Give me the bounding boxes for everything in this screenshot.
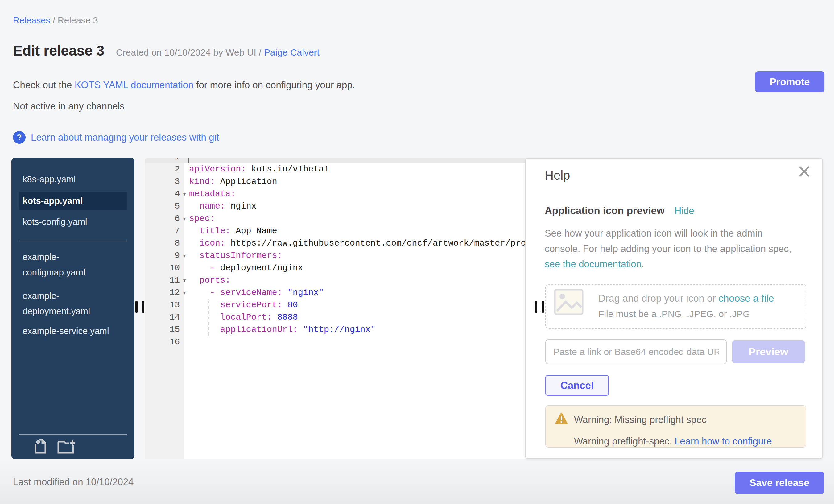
help-panel: Help Application icon preview Hide See h…: [525, 158, 823, 459]
learn-configure-link[interactable]: Learn how to configure: [675, 436, 772, 447]
help-resize-handle-right-bar[interactable]: [542, 301, 544, 313]
line-number: 14: [145, 311, 180, 324]
warning-title: Warning: Missing preflight spec: [574, 414, 707, 425]
fold-spacer: [180, 299, 189, 311]
fold-spacer: [180, 237, 189, 249]
dropzone-hint: File must be a .PNG, .JPEG, or .JPG: [598, 309, 750, 319]
page-title: Edit release 3: [13, 42, 104, 59]
docs-hint: Check out the KOTS YAML documentation fo…: [13, 80, 355, 91]
file-item-example-deployment-yaml[interactable]: example-deployment.yaml: [12, 288, 134, 319]
file-sidebar: k8s-app.yamlkots-app.yamlkots-config.yam…: [12, 158, 134, 459]
icon-preview-title: Application icon preview: [545, 205, 665, 217]
line-number: 5: [145, 200, 180, 213]
line-number: 7: [145, 225, 180, 237]
fold-spacer: [180, 324, 189, 336]
warning-icon: [555, 412, 568, 425]
fold-spacer: [180, 225, 189, 237]
fold-spacer: [180, 176, 189, 188]
kots-yaml-docs-link[interactable]: KOTS YAML documentation: [75, 80, 193, 90]
line-number: 4: [145, 188, 180, 200]
save-release-button[interactable]: Save release: [735, 472, 824, 494]
help-title: Help: [545, 169, 570, 182]
file-item-k8s-app-yaml[interactable]: k8s-app.yaml: [12, 172, 134, 187]
see-documentation-link[interactable]: see the documentation: [545, 259, 641, 269]
promote-button[interactable]: Promote: [755, 71, 825, 92]
author-link[interactable]: Paige Calvert: [264, 47, 320, 57]
fold-spacer: [180, 158, 189, 163]
add-folder-icon[interactable]: [57, 439, 75, 455]
add-file-icon[interactable]: [33, 439, 48, 455]
line-number: 9: [145, 249, 180, 262]
icon-dropzone[interactable]: Drag and drop your icon or choose a file…: [545, 284, 806, 329]
file-item-example-service-yaml[interactable]: example-service.yaml: [12, 323, 134, 339]
sidebar-divider: [19, 434, 127, 435]
line-number: 8: [145, 237, 180, 249]
line-number: 1: [145, 158, 180, 163]
last-modified-label: Last modified on 10/10/2024: [13, 477, 134, 488]
file-item-kots-config-yaml[interactable]: kots-config.yaml: [12, 214, 134, 229]
preview-button[interactable]: Preview: [732, 340, 805, 363]
line-number: 11: [145, 274, 180, 287]
git-help-link[interactable]: Learn about managing your releases with …: [31, 132, 219, 143]
fold-spacer: [180, 163, 189, 176]
fold-arrow-icon[interactable]: ▾: [180, 274, 189, 287]
channel-status: Not active in any channels: [13, 101, 125, 112]
release-editor-page: Releases / Release 3 Edit release 3 Crea…: [0, 0, 834, 504]
fold-spacer: [180, 200, 189, 213]
warning-detail: Warning preflight-spec. Learn how to con…: [574, 436, 772, 447]
breadcrumb-separator: /: [50, 16, 58, 25]
fold-spacer: [180, 262, 189, 274]
line-number: 12: [145, 287, 180, 299]
sidebar-resize-handle-right-bar[interactable]: [142, 301, 144, 313]
line-number: 6: [145, 213, 180, 225]
breadcrumb-releases-link[interactable]: Releases: [13, 16, 50, 25]
fold-spacer: [180, 311, 189, 324]
fold-arrow-icon[interactable]: ▾: [180, 287, 189, 299]
file-item-kots-app-yaml[interactable]: kots-app.yaml: [19, 192, 127, 210]
indent-guide: [208, 299, 209, 336]
line-number: 13: [145, 299, 180, 311]
fold-arrow-icon[interactable]: ▾: [180, 249, 189, 262]
text-cursor: [189, 158, 190, 163]
line-number: 2: [145, 163, 180, 176]
breadcrumb: Releases / Release 3: [13, 16, 98, 26]
dropzone-text: Drag and drop your icon or choose a file: [598, 293, 774, 304]
fold-arrow-icon[interactable]: ▾: [180, 188, 189, 200]
question-icon: ?: [13, 131, 26, 144]
fold-spacer: [180, 336, 189, 348]
breadcrumb-current: Release 3: [58, 16, 98, 25]
image-placeholder-icon: [554, 289, 584, 315]
hide-link[interactable]: Hide: [675, 205, 694, 217]
cancel-button[interactable]: Cancel: [545, 375, 609, 396]
line-number: 10: [145, 262, 180, 274]
line-number: 16: [145, 336, 180, 348]
icon-url-input[interactable]: [545, 339, 727, 364]
git-help-row: ? Learn about managing your releases wit…: [13, 131, 219, 144]
sidebar-divider: [19, 241, 127, 241]
sidebar-resize-handle-left-bar[interactable]: [135, 301, 137, 313]
line-number: 3: [145, 176, 180, 188]
fold-arrow-icon[interactable]: ▾: [180, 213, 189, 225]
line-number: 15: [145, 324, 180, 336]
preflight-warning: Warning: Missing preflight spec Warning …: [545, 405, 806, 447]
file-item-example-configmap-yaml[interactable]: example-configmap.yaml: [12, 249, 134, 280]
help-resize-handle-left-bar[interactable]: [535, 301, 537, 313]
choose-file-link[interactable]: choose a file: [719, 293, 774, 304]
close-icon[interactable]: [797, 165, 811, 178]
icon-preview-description: See how your application icon will look …: [545, 226, 791, 272]
created-info: Created on 10/10/2024 by Web UI / Paige …: [116, 47, 320, 58]
file-list: k8s-app.yamlkots-app.yamlkots-config.yam…: [12, 167, 134, 339]
